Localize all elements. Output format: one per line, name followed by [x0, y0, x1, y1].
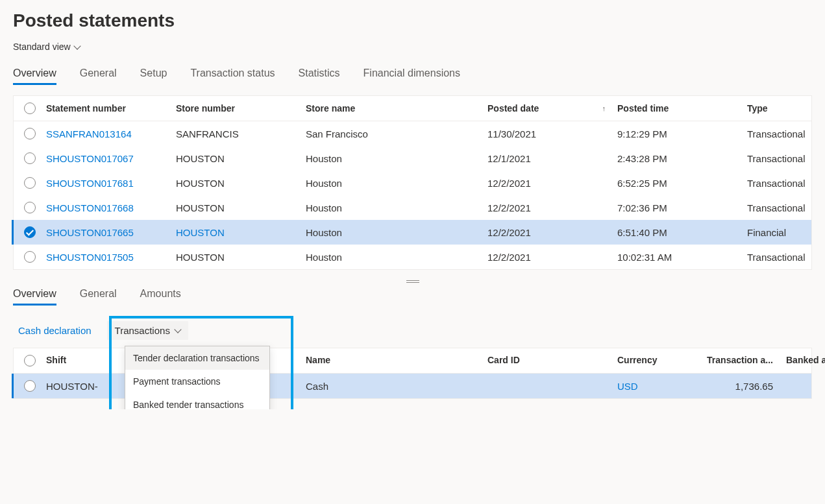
statement-number-link[interactable]: SHOUSTON017665: [46, 227, 176, 238]
transactions-dropdown[interactable]: Transactions: [107, 321, 188, 340]
table-row[interactable]: SHOUSTON017681 HOUSTON Houston 12/2/2021…: [14, 171, 811, 195]
col-posted-date[interactable]: Posted date↑: [487, 102, 617, 114]
store-number-cell: HOUSTON: [176, 178, 306, 189]
statement-number-link[interactable]: SHOUSTON017681: [46, 178, 176, 189]
col-currency[interactable]: Currency: [617, 355, 702, 366]
row-checkbox[interactable]: [24, 380, 36, 392]
posted-time-cell: 2:43:28 PM: [617, 153, 747, 164]
main-tabs: Overview General Setup Transaction statu…: [13, 67, 812, 85]
posted-date-cell: 12/2/2021: [487, 202, 617, 213]
table-row[interactable]: SHOUSTON017067 HOUSTON Houston 12/1/2021…: [14, 146, 811, 171]
store-name-cell: San Francisco: [306, 128, 487, 139]
table-row[interactable]: SSANFRAN013164 SANFRANCIS San Francisco …: [14, 121, 811, 146]
store-name-cell: Houston: [306, 227, 487, 238]
store-number-cell: HOUSTON: [176, 153, 306, 164]
posted-time-cell: 9:12:29 PM: [617, 128, 747, 139]
posted-date-cell: 12/1/2021: [487, 153, 617, 164]
statement-number-link[interactable]: SHOUSTON017505: [46, 252, 176, 263]
col-banked-amount[interactable]: Banked a: [786, 355, 825, 366]
subtab-overview[interactable]: Overview: [13, 288, 56, 306]
store-name-cell: Houston: [306, 178, 487, 189]
tab-overview[interactable]: Overview: [13, 67, 56, 85]
splitter-handle-icon: [406, 280, 419, 283]
col-posted-time[interactable]: Posted time: [617, 102, 747, 114]
page-title: Posted statements: [13, 10, 812, 31]
store-number-cell: SANFRANCIS: [176, 128, 306, 139]
store-name-cell: Houston: [306, 202, 487, 213]
statements-grid-header: Statement number Store number Store name…: [14, 96, 811, 121]
currency-link[interactable]: USD: [617, 381, 702, 392]
grid-splitter[interactable]: [13, 275, 812, 288]
subtab-amounts[interactable]: Amounts: [140, 288, 181, 306]
posted-date-cell: 12/2/2021: [487, 227, 617, 238]
row-checkbox[interactable]: [24, 177, 36, 189]
table-row[interactable]: SHOUSTON017505 HOUSTON Houston 12/2/2021…: [14, 245, 811, 269]
transaction-amount-cell: 1,736.65: [702, 381, 786, 392]
posted-date-cell: 11/30/2021: [487, 128, 617, 139]
name-cell: Cash: [306, 381, 487, 392]
statement-number-link[interactable]: SHOUSTON017668: [46, 202, 176, 213]
store-name-cell: Houston: [306, 153, 487, 164]
type-cell: Transactional: [747, 202, 825, 213]
cash-declaration-button[interactable]: Cash declaration: [18, 325, 92, 336]
col-statement-number[interactable]: Statement number: [46, 102, 176, 114]
col-card-id[interactable]: Card ID: [487, 355, 617, 366]
transactions-dropdown-menu: Tender declaration transactions Payment …: [125, 346, 270, 409]
col-name[interactable]: Name: [306, 355, 487, 366]
tab-general[interactable]: General: [80, 67, 117, 85]
statement-number-link[interactable]: SHOUSTON017067: [46, 153, 176, 164]
tab-statistics[interactable]: Statistics: [299, 67, 340, 85]
type-cell: Transactional: [747, 178, 825, 189]
menu-payment-transactions[interactable]: Payment transactions: [125, 370, 269, 393]
type-cell: Transactional: [747, 153, 825, 164]
posted-time-cell: 10:02:31 AM: [617, 252, 747, 263]
posted-date-cell: 12/2/2021: [487, 252, 617, 263]
tab-financial-dimensions[interactable]: Financial dimensions: [363, 67, 460, 85]
tab-setup[interactable]: Setup: [140, 67, 167, 85]
store-number-cell: HOUSTON: [176, 202, 306, 213]
row-checkbox[interactable]: [24, 202, 36, 213]
type-cell: Financial: [747, 227, 825, 238]
row-checkbox[interactable]: [24, 152, 36, 164]
posted-time-cell: 7:02:36 PM: [617, 202, 747, 213]
statements-grid: Statement number Store number Store name…: [13, 95, 812, 270]
type-cell: Transactional: [747, 128, 825, 139]
select-all-checkbox[interactable]: [24, 102, 36, 114]
select-all-checkbox[interactable]: [24, 355, 36, 366]
store-number-cell[interactable]: HOUSTON: [176, 227, 306, 238]
menu-banked-tender-transactions[interactable]: Banked tender transactions: [125, 393, 269, 409]
col-store-name[interactable]: Store name: [306, 102, 487, 114]
col-transaction-amount[interactable]: Transaction a...: [702, 355, 786, 366]
store-name-cell: Houston: [306, 252, 487, 263]
menu-tender-declaration-transactions[interactable]: Tender declaration transactions: [125, 346, 269, 370]
table-row[interactable]: SHOUSTON017668 HOUSTON Houston 12/2/2021…: [14, 195, 811, 220]
row-checkbox[interactable]: [24, 251, 36, 263]
sort-ascending-icon: ↑: [602, 104, 606, 112]
store-number-cell: HOUSTON: [176, 252, 306, 263]
subtab-general[interactable]: General: [80, 288, 117, 306]
chevron-down-icon: [174, 326, 181, 333]
type-cell: Transactional: [747, 252, 825, 263]
posted-date-cell: 12/2/2021: [487, 178, 617, 189]
posted-time-cell: 6:51:40 PM: [617, 227, 747, 238]
detail-tabs: Overview General Amounts: [13, 288, 812, 306]
col-store-number[interactable]: Store number: [176, 102, 306, 114]
statement-number-link[interactable]: SSANFRAN013164: [46, 128, 176, 139]
tab-transaction-status[interactable]: Transaction status: [190, 67, 275, 85]
view-selector-dropdown[interactable]: Standard view: [13, 42, 80, 52]
posted-time-cell: 6:52:25 PM: [617, 178, 747, 189]
row-checkbox[interactable]: [24, 128, 36, 139]
detail-toolbar: Cash declaration Transactions: [13, 321, 812, 340]
col-type[interactable]: Type: [747, 102, 825, 114]
chevron-down-icon: [73, 42, 80, 49]
table-row[interactable]: SHOUSTON017665 HOUSTON Houston 12/2/2021…: [12, 220, 811, 245]
view-selector-label: Standard view: [13, 42, 71, 52]
transactions-dropdown-label: Transactions: [115, 325, 170, 336]
row-checkbox[interactable]: [24, 226, 36, 238]
